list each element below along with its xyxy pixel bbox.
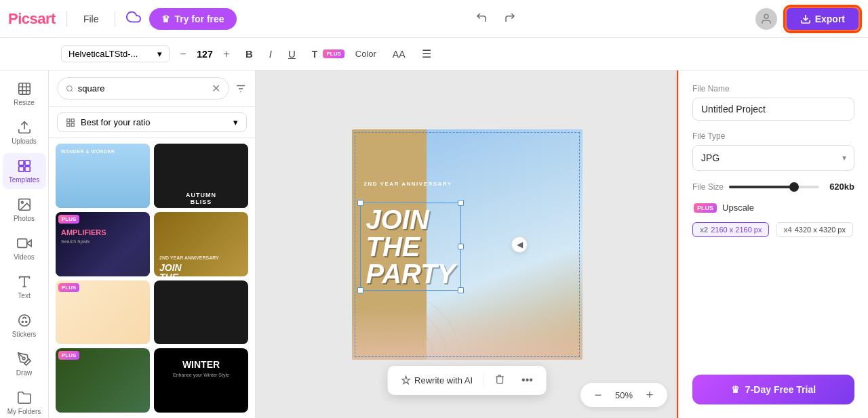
file-type-select[interactable]: JPG PNG PDF MP4 GIF bbox=[692, 145, 854, 171]
export-button[interactable]: Export bbox=[785, 7, 860, 31]
export-panel: File Name File Type JPG PNG PDF MP4 GIF … bbox=[678, 70, 868, 418]
avatar[interactable] bbox=[755, 8, 777, 30]
color-button[interactable]: Color bbox=[350, 46, 382, 62]
sort-chevron-icon: ▾ bbox=[233, 117, 238, 127]
search-input-wrap: ✕ bbox=[57, 77, 229, 100]
svg-rect-7 bbox=[24, 167, 29, 171]
trial-button[interactable]: ♛ 7-Day Free Trial bbox=[692, 375, 854, 404]
svg-point-18 bbox=[66, 85, 72, 91]
template-item[interactable]: Explore Now RADIANCE bbox=[154, 280, 248, 345]
topbar: Picsart File ♛ Try for free Export bbox=[0, 0, 868, 38]
template-item[interactable]: WANDER & WONDER TOUR TRAILS BOOK NOW bbox=[56, 144, 150, 208]
svg-point-17 bbox=[22, 357, 25, 360]
upscale-x4-resolution: 4320 x 4320 px bbox=[795, 226, 846, 234]
file-size-value: 620kb bbox=[825, 182, 854, 192]
sidebar-item-uploads[interactable]: Uploads bbox=[3, 114, 46, 150]
svg-rect-2 bbox=[18, 83, 30, 95]
file-size-slider[interactable] bbox=[729, 186, 819, 188]
search-input[interactable] bbox=[78, 83, 208, 93]
template-item[interactable]: 2ND YEAR ANNIVERSARY JOINTHEPARTY bbox=[154, 212, 248, 276]
left-panel: ✕ Best for your ratio ▾ WAN bbox=[49, 70, 256, 418]
template-item[interactable]: AUTUMNBLISS UP TO50% OFF bbox=[154, 144, 248, 208]
file-type-field: File Type JPG PNG PDF MP4 GIF ▾ bbox=[692, 131, 854, 171]
italic-button[interactable]: I bbox=[264, 45, 277, 62]
align-button[interactable]: ☰ bbox=[416, 45, 437, 63]
template-item[interactable]: PLUS TASTETEMPTATIONS bbox=[56, 280, 150, 345]
upscale-x4-option[interactable]: x4 4320 x 4320 px bbox=[776, 222, 852, 237]
svg-rect-6 bbox=[18, 167, 23, 171]
upscale-field: PLUS Upscale x2 2160 x 2160 px x4 4320 x… bbox=[692, 203, 854, 237]
cloud-icon[interactable] bbox=[126, 9, 141, 28]
sparkle-icon bbox=[401, 375, 410, 385]
file-name-input[interactable] bbox=[692, 98, 854, 121]
plus-tag: PLUS bbox=[58, 215, 79, 224]
search-bar: ✕ bbox=[49, 70, 255, 107]
svg-rect-11 bbox=[17, 239, 26, 248]
selection-handle[interactable] bbox=[357, 200, 363, 206]
sidebar-item-draw[interactable]: Draw bbox=[3, 346, 46, 382]
template-item[interactable]: WINTER Enhance your Winter Style bbox=[154, 348, 248, 413]
sidebar-item-stickers[interactable]: Stickers bbox=[3, 308, 46, 343]
selection-handle[interactable] bbox=[458, 287, 464, 293]
svg-point-15 bbox=[22, 321, 23, 322]
svg-marker-10 bbox=[26, 240, 31, 246]
zoom-value: 50% bbox=[612, 390, 636, 400]
font-size-value: 127 bbox=[194, 49, 216, 60]
font-selector[interactable]: HelveticaLTStd-... ▾ bbox=[61, 45, 170, 62]
zoom-decrease-button[interactable]: − bbox=[590, 387, 606, 403]
upscale-label: Upscale bbox=[722, 203, 754, 213]
plus-badge: PLUS bbox=[323, 49, 344, 58]
text-style-btn[interactable]: T PLUS bbox=[307, 46, 344, 62]
filter-button[interactable] bbox=[235, 83, 247, 95]
join-text-selected[interactable]: JOINTHEPARTY bbox=[360, 203, 462, 291]
collapse-panel-button[interactable]: ◀ bbox=[511, 236, 528, 253]
file-size-label: File Size bbox=[692, 182, 724, 192]
sidebar-item-my-folders[interactable]: My Folders bbox=[3, 385, 46, 418]
font-size-control: − 127 + bbox=[175, 46, 235, 62]
undo-redo-controls bbox=[470, 9, 521, 29]
zoom-controls: − 50% + bbox=[580, 383, 667, 407]
svg-rect-25 bbox=[67, 123, 70, 126]
more-options-button[interactable]: ••• bbox=[516, 371, 538, 389]
aa-button[interactable]: AA bbox=[387, 46, 411, 62]
canvas-area: ◀ bbox=[256, 70, 678, 418]
context-menu: Rewrite with AI ••• bbox=[387, 366, 547, 395]
template-item[interactable]: PLUS PROPERTY PROS bbox=[56, 348, 150, 413]
undo-button[interactable] bbox=[470, 9, 493, 29]
file-name-field: File Name bbox=[692, 84, 854, 121]
font-toolbar: HelveticaLTStd-... ▾ − 127 + B I U T PLU… bbox=[0, 38, 868, 70]
try-free-button[interactable]: ♛ Try for free bbox=[149, 8, 236, 30]
sort-icon bbox=[66, 118, 75, 127]
canvas-wrapper: 2ND YEAR ANNIVERSARY JOINTHEPARTY bbox=[352, 129, 583, 360]
delete-button[interactable] bbox=[490, 371, 511, 390]
svg-rect-23 bbox=[67, 119, 70, 121]
upscale-x2-option[interactable]: x2 2160 x 2160 px bbox=[692, 222, 769, 237]
rewrite-with-ai-button[interactable]: Rewrite with AI bbox=[395, 373, 478, 388]
zoom-increase-button[interactable]: + bbox=[642, 387, 658, 403]
sidebar-item-text[interactable]: Text bbox=[3, 269, 46, 305]
sidebar-item-resize[interactable]: Resize bbox=[3, 76, 46, 112]
sidebar-item-videos[interactable]: Videos bbox=[3, 230, 46, 266]
context-separator bbox=[484, 373, 484, 387]
clear-search-button[interactable]: ✕ bbox=[212, 82, 220, 95]
selection-handle[interactable] bbox=[458, 243, 464, 249]
canvas[interactable]: 2ND YEAR ANNIVERSARY JOINTHEPARTY bbox=[352, 129, 583, 360]
sidebar-item-templates[interactable]: Templates bbox=[3, 153, 46, 189]
template-item[interactable]: PLUS AMPLIFIERS Search Spark bbox=[56, 212, 150, 276]
sidebar-item-photos[interactable]: Photos bbox=[3, 192, 46, 228]
sort-selector[interactable]: Best for your ratio ▾ bbox=[57, 112, 247, 132]
redo-button[interactable] bbox=[498, 9, 521, 29]
bold-button[interactable]: B bbox=[240, 45, 258, 62]
join-text: JOINTHEPARTY bbox=[366, 206, 456, 287]
font-size-decrease[interactable]: − bbox=[175, 46, 191, 62]
plus-tag: PLUS bbox=[58, 283, 79, 292]
file-type-label: File Type bbox=[692, 131, 854, 141]
upscale-row: PLUS Upscale bbox=[692, 203, 854, 213]
selection-handle[interactable] bbox=[458, 200, 464, 206]
font-size-increase[interactable]: + bbox=[218, 46, 235, 62]
selection-handle[interactable] bbox=[357, 287, 363, 293]
anniversary-text: 2ND YEAR ANNIVERSARY bbox=[364, 180, 452, 188]
underline-button[interactable]: U bbox=[283, 45, 301, 62]
file-menu[interactable]: File bbox=[78, 11, 104, 27]
sidebar-icons: Resize Uploads Templates Photos Videos T… bbox=[0, 70, 49, 418]
